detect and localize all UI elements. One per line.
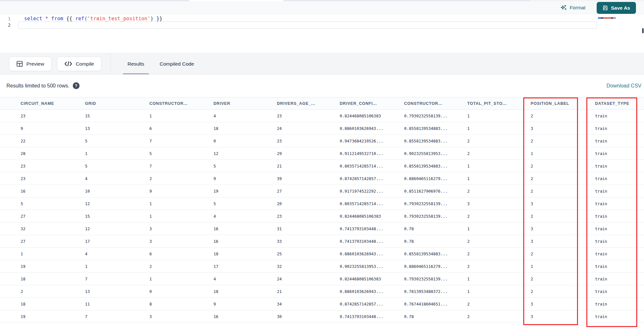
table-cell: 9 — [213, 302, 277, 306]
table-cell: 0.7674418604651... — [404, 302, 467, 306]
dbt-ide-page: Format Save As 1 2 select * from {{ ref(… — [0, 0, 644, 328]
table-row: 191217320.9023255813953...0.886046511627… — [0, 260, 644, 273]
code-token: ) — [150, 16, 153, 22]
table-cell: 34 — [277, 302, 340, 306]
tab-compiled-code[interactable]: Compiled Code — [152, 53, 202, 74]
table-cell: 12 — [85, 201, 149, 206]
table-cell: 2 — [467, 214, 531, 219]
table-cell: train — [595, 289, 644, 294]
table-cell: 3 — [149, 226, 213, 231]
table-cell: 27 — [0, 214, 85, 219]
table-row: 23429390.8742857142857...0.8860465116279… — [0, 172, 644, 185]
table-cell: 1 — [531, 264, 595, 269]
table-cell: train — [595, 214, 644, 219]
table-cell: 0.8860103626943... — [340, 289, 404, 294]
table-cell: 2 — [531, 214, 595, 219]
table-cell: 1 — [467, 114, 531, 118]
result-tabs: Results Compiled Code — [120, 53, 202, 74]
table-cell: 27 — [0, 239, 85, 244]
help-icon[interactable]: ? — [73, 82, 80, 89]
line-number-2: 2 — [0, 22, 15, 28]
table-cell: 6 — [149, 251, 213, 256]
table-cell: train — [595, 189, 644, 194]
table-header-row: CIRCUIT_NAMEGRIDCONSTRUCTOR...DRIVERDRIV… — [0, 97, 644, 110]
table-cell: 3 — [531, 126, 595, 131]
table-cell: 1 — [149, 277, 213, 281]
table-cell: 24 — [277, 277, 340, 281]
table-cell: 7 — [85, 277, 149, 281]
table-cell: 1 — [531, 151, 595, 156]
table-cell: 32 — [0, 226, 85, 231]
table-cell: 11 — [85, 302, 149, 306]
table-cell: 18 — [0, 277, 85, 281]
table-cell: 0.7930232558139... — [404, 201, 467, 206]
table-cell: train — [595, 302, 644, 306]
table-cell: 0.8860465116279... — [404, 264, 467, 269]
editor-toolbar: Format Save As — [0, 1, 644, 14]
table-cell: 23 — [277, 214, 340, 219]
table-cell: 16 — [213, 226, 277, 231]
table-cell: 5 — [0, 201, 85, 206]
table-cell: 0.7413793103448... — [340, 314, 404, 319]
table-cell: 20 — [277, 201, 340, 206]
table-cell: 3 — [531, 314, 595, 319]
table-cell: 1 — [467, 176, 531, 181]
save-as-button[interactable]: Save As — [597, 2, 636, 14]
code-token: }} — [153, 16, 162, 22]
table-cell: train — [595, 164, 644, 169]
results-info-bar: Results limited to 500 rows. ? Download … — [0, 75, 644, 96]
table-cell: 31 — [277, 226, 340, 231]
table-cell: 1 — [85, 151, 149, 156]
table-cell: 0.8511627906976... — [404, 189, 467, 194]
column-header: CIRCUIT_NAME — [0, 101, 85, 106]
table-cell: 2 — [467, 139, 531, 143]
column-header: GRID — [85, 101, 149, 106]
save-icon — [602, 5, 608, 11]
table-cell: 3 — [531, 226, 595, 231]
table-cell: 0.7413793103448... — [340, 226, 404, 231]
column-header: DRIVER_CONFI... — [340, 101, 404, 106]
table-cell: 23 — [0, 176, 85, 181]
column-header: DRIVER — [213, 101, 277, 106]
table-cell: 1 — [85, 264, 149, 269]
table-row: 14618250.8860103626943...0.8558139534883… — [0, 248, 644, 260]
save-as-label: Save As — [611, 5, 630, 11]
table-cell: 2 — [531, 251, 595, 256]
table-cell: 15 — [85, 114, 149, 118]
table-cell: 1 — [467, 126, 531, 131]
table-cell: train — [595, 126, 644, 131]
format-button[interactable]: Format — [560, 5, 585, 11]
table-cell: 0.8558139534883... — [404, 164, 467, 169]
table-cell: 19 — [0, 264, 85, 269]
tab-results[interactable]: Results — [120, 53, 152, 74]
table-cell: 18 — [213, 289, 277, 294]
code-editor[interactable]: 1 2 select * from {{ ref('train_test_pos… — [0, 14, 644, 53]
table-cell: train — [595, 314, 644, 319]
table-row: 2717316330.7413793103448...0.7823train — [0, 235, 644, 248]
minimap[interactable] — [598, 17, 616, 19]
scrollbar[interactable] — [642, 28, 644, 33]
table-cell: 0.8035714285714... — [340, 164, 404, 169]
table-cell: train — [595, 277, 644, 281]
table-cell: train — [595, 264, 644, 269]
table-icon — [16, 61, 23, 67]
table-cell: 7 — [149, 139, 213, 143]
table-cell: 0.7813953488372... — [404, 289, 467, 294]
code-token: {{ — [66, 16, 75, 22]
table-cell: 25 — [277, 251, 340, 256]
table-cell: 3 — [531, 239, 595, 244]
compile-button[interactable]: Compile — [57, 57, 101, 71]
active-line-highlight — [18, 22, 597, 29]
preview-button[interactable]: Preview — [9, 57, 52, 71]
table-cell: 18 — [0, 302, 85, 306]
table-cell: 2 — [531, 176, 595, 181]
table-cell: 2 — [467, 264, 531, 269]
table-cell: train — [595, 239, 644, 244]
table-cell: train — [595, 114, 644, 118]
download-csv-link[interactable]: Download CSV — [607, 83, 642, 89]
table-cell: 2 — [531, 139, 595, 143]
table-row: 181189340.8742857142857...0.767441860465… — [0, 298, 644, 310]
table-row: 231514230.8244680851063830.7930232558139… — [0, 110, 644, 122]
table-cell: train — [595, 201, 644, 206]
toolbar-divider — [110, 53, 111, 74]
